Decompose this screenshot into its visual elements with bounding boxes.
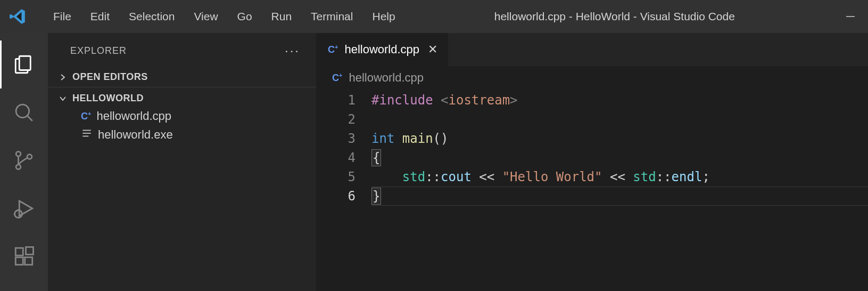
tab-helloworld-cpp[interactable]: C+ helloworld.cpp ✕ <box>316 33 449 66</box>
file-item-helloworld-cpp[interactable]: C+ helloworld.cpp <box>48 107 316 125</box>
svg-rect-12 <box>15 248 23 255</box>
activity-explorer[interactable] <box>0 41 48 88</box>
menu-view[interactable]: View <box>184 7 227 26</box>
svg-point-5 <box>16 165 21 169</box>
svg-line-3 <box>27 116 32 121</box>
open-editors-label: OPEN EDITORS <box>72 71 148 83</box>
folder-section[interactable]: HELLOWORLD <box>48 90 316 107</box>
activity-search[interactable] <box>0 88 48 136</box>
explorer-sidebar: EXPLORER ··· OPEN EDITORS HELLOWORLD C+ … <box>48 33 316 291</box>
menu-run[interactable]: Run <box>262 7 302 26</box>
menu-edit[interactable]: Edit <box>81 7 119 26</box>
menu-help[interactable]: Help <box>362 7 404 26</box>
file-item-helloworld-exe[interactable]: helloworld.exe <box>48 125 316 144</box>
activity-bar <box>0 33 48 291</box>
vscode-logo-icon <box>9 7 27 26</box>
breadcrumb-label: helloworld.cpp <box>349 71 424 85</box>
code-editor[interactable]: 123456 #include <iostream>int main(){ st… <box>316 90 868 291</box>
svg-point-2 <box>16 104 29 118</box>
editor-group: C+ helloworld.cpp ✕ C+ helloworld.cpp 12… <box>316 33 868 291</box>
cpp-file-icon: C+ <box>81 110 91 122</box>
menu-bar: File Edit Selection View Go Run Terminal… <box>44 7 405 26</box>
svg-rect-14 <box>25 257 32 265</box>
open-editors-section[interactable]: OPEN EDITORS <box>48 68 316 86</box>
svg-point-6 <box>27 155 32 159</box>
activity-extensions[interactable] <box>0 232 48 280</box>
folder-label: HELLOWORLD <box>72 93 144 104</box>
file-label: helloworld.cpp <box>96 109 171 123</box>
exe-file-icon <box>81 127 93 142</box>
sidebar-title: EXPLORER <box>70 45 127 56</box>
window-controls <box>846 12 859 21</box>
svg-rect-15 <box>26 247 34 255</box>
title-bar: File Edit Selection View Go Run Terminal… <box>0 0 868 33</box>
close-tab-icon[interactable]: ✕ <box>426 43 440 56</box>
tab-label: helloworld.cpp <box>344 43 419 56</box>
menu-go[interactable]: Go <box>228 7 262 26</box>
activity-run-debug[interactable] <box>0 184 48 232</box>
line-number-gutter: 123456 <box>316 90 371 291</box>
breadcrumb[interactable]: C+ helloworld.cpp <box>316 66 868 90</box>
file-label: helloworld.exe <box>98 128 173 142</box>
menu-terminal[interactable]: Terminal <box>301 7 362 26</box>
cpp-file-icon: C+ <box>328 44 338 55</box>
menu-selection[interactable]: Selection <box>119 7 184 26</box>
sidebar-more-icon[interactable]: ··· <box>285 43 300 58</box>
cpp-file-icon: C+ <box>332 72 342 84</box>
svg-point-8 <box>15 211 22 218</box>
editor-tabs: C+ helloworld.cpp ✕ <box>316 33 868 66</box>
activity-source-control[interactable] <box>0 136 48 184</box>
code-lines[interactable]: #include <iostream>int main(){ std::cout… <box>371 90 868 291</box>
window-title: helloworld.cpp - HelloWorld - Visual Stu… <box>405 10 846 23</box>
minimize-button[interactable] <box>846 12 855 21</box>
svg-rect-1 <box>19 56 30 70</box>
chevron-right-icon <box>57 73 68 82</box>
svg-rect-13 <box>15 257 23 265</box>
svg-marker-7 <box>19 201 32 216</box>
svg-point-4 <box>16 151 21 156</box>
chevron-down-icon <box>57 94 68 103</box>
menu-file[interactable]: File <box>44 7 81 26</box>
